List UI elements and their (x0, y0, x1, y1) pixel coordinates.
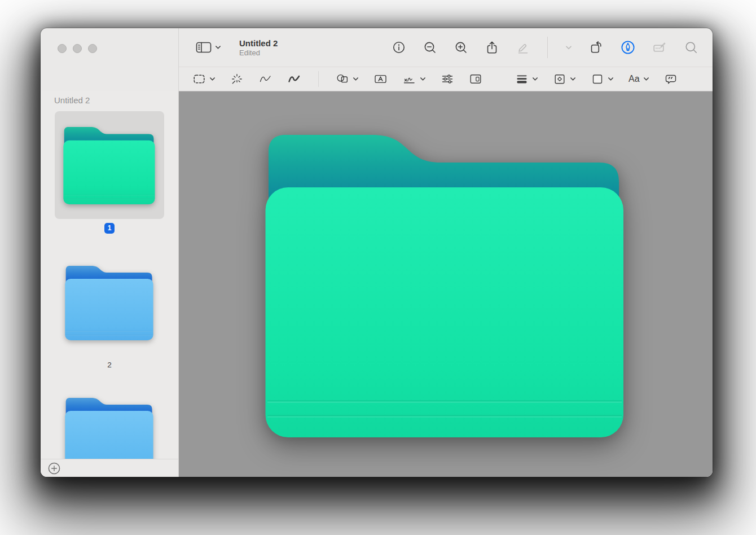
shapes-icon (336, 72, 349, 86)
draw-icon (287, 72, 301, 86)
toolbar-actions (392, 37, 698, 58)
chevron-down-icon (570, 77, 576, 81)
markup-toolbar-divider (318, 71, 319, 87)
green-folder-thumbnail (63, 126, 156, 204)
form-fill-icon (653, 41, 667, 54)
text-style-button[interactable]: Aa (628, 74, 649, 84)
add-page-button[interactable] (47, 462, 61, 475)
thumbnail-sidebar: Untitled 2 1 2 (41, 91, 179, 477)
text-style-label: Aa (628, 74, 640, 84)
sidebar-toggle-icon (196, 41, 212, 54)
search-button[interactable] (684, 41, 698, 54)
chevron-down-icon (643, 77, 649, 81)
highlight-button[interactable] (516, 41, 530, 54)
share-button[interactable] (485, 41, 499, 54)
zoom-out-button[interactable] (423, 41, 437, 54)
highlight-style-button[interactable] (565, 45, 572, 50)
toolbars: Untitled 2 Edited (179, 28, 713, 91)
document-title: Untitled 2 (239, 38, 278, 49)
zoom-in-button[interactable] (454, 41, 468, 54)
adjust-size-button[interactable] (469, 72, 482, 86)
sign-button[interactable] (402, 72, 426, 86)
titlebar-left (41, 28, 179, 91)
page-number-label: 2 (41, 361, 178, 369)
page-number-badge: 1 (104, 223, 115, 234)
adjust-color-button[interactable] (441, 72, 454, 86)
chevron-down-icon (215, 45, 221, 50)
preview-window: Untitled 2 Edited (41, 28, 713, 477)
window-chrome: Untitled 2 Edited (41, 28, 713, 91)
document-title-block: Untitled 2 Edited (239, 38, 278, 58)
instant-alpha-icon (230, 72, 244, 86)
traffic-lights (41, 28, 178, 53)
green-folder-image (265, 133, 626, 437)
border-color-button[interactable] (553, 72, 576, 86)
line-weight-icon (515, 72, 529, 86)
text-tool-button[interactable] (373, 72, 388, 86)
minimize-button[interactable] (73, 44, 82, 53)
sketch-icon (258, 72, 272, 86)
signature-icon (402, 72, 416, 86)
selection-tool-button[interactable] (192, 72, 216, 86)
thumbnail-page-3[interactable] (41, 397, 178, 459)
sidebar-bottom-bar (41, 459, 178, 477)
sketch-tool-button[interactable] (258, 72, 272, 86)
main-toolbar: Untitled 2 Edited (179, 28, 713, 67)
zoom-in-icon (454, 41, 468, 54)
close-button[interactable] (58, 44, 67, 53)
chevron-down-icon (532, 77, 538, 81)
page-badge-row: 1 (41, 222, 178, 234)
border-color-icon (553, 72, 566, 86)
search-icon (684, 41, 698, 54)
document-status: Edited (239, 49, 278, 58)
chevron-down-icon (608, 77, 614, 81)
zoom-window-button[interactable] (88, 44, 97, 53)
selection-icon (192, 72, 206, 86)
adjust-color-icon (441, 72, 454, 86)
draw-tool-button[interactable] (287, 72, 301, 86)
info-icon (392, 41, 406, 54)
shapes-button[interactable] (336, 72, 359, 86)
fill-color-button[interactable] (591, 72, 614, 86)
note-button[interactable] (664, 72, 678, 86)
rotate-button[interactable] (590, 41, 603, 54)
chevron-down-icon (353, 77, 359, 81)
note-icon (664, 72, 678, 86)
text-box-icon (373, 72, 388, 86)
instant-alpha-button[interactable] (230, 72, 244, 86)
chevron-down-icon (420, 77, 426, 81)
form-fill-button[interactable] (653, 41, 667, 54)
info-button[interactable] (392, 41, 406, 54)
chevron-down-icon (565, 45, 572, 50)
fill-color-icon (591, 72, 604, 86)
markup-pen-icon (621, 40, 635, 55)
markup-toolbar: Aa (179, 67, 713, 91)
adjust-size-icon (469, 72, 482, 86)
rotate-left-icon (590, 41, 603, 54)
sidebar-document-heading: Untitled 2 (54, 95, 178, 106)
plus-circle-icon (47, 462, 61, 475)
sidebar-toggle-button[interactable] (196, 41, 221, 54)
blue-folder-thumbnail (65, 397, 154, 459)
share-icon (485, 41, 499, 54)
toolbar-divider (547, 37, 548, 58)
blue-folder-thumbnail (65, 265, 154, 340)
line-weight-button[interactable] (515, 72, 538, 86)
thumbnail-page-1-selected[interactable] (55, 111, 164, 219)
thumbnail-page-2[interactable] (41, 265, 178, 340)
chevron-down-icon (209, 77, 216, 81)
thumbnail-list[interactable]: Untitled 2 1 2 (41, 91, 178, 459)
desktop-background: Untitled 2 Edited (0, 0, 756, 535)
image-canvas (179, 91, 713, 477)
markup-toolbar-button[interactable] (621, 40, 635, 55)
zoom-out-icon (423, 41, 437, 54)
highlight-pen-icon (516, 41, 530, 54)
